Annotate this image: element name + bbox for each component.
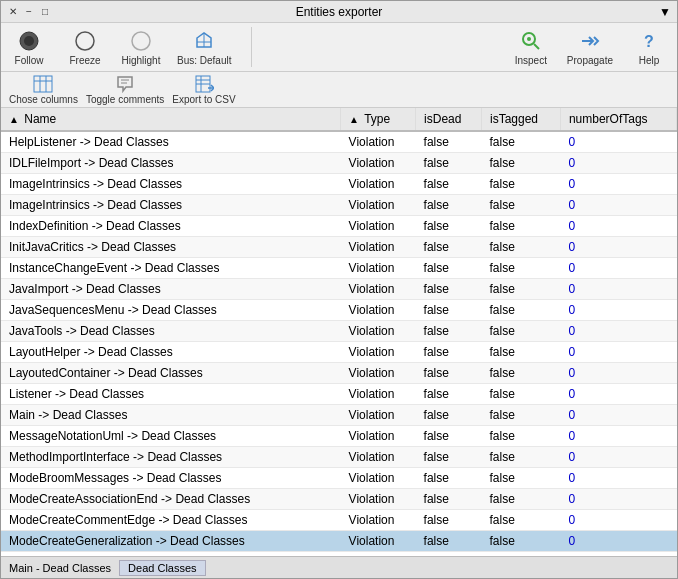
column-header-isdead[interactable]: isDead	[416, 108, 482, 131]
propagate-icon	[578, 29, 602, 53]
cell-numberoftags: 0	[560, 384, 676, 405]
entities-table: ▲ Name ▲ Type isDead isTagged numberOfTa…	[1, 108, 677, 556]
cell-name: JavaImport -> Dead Classes	[1, 279, 341, 300]
cell-type: Violation	[341, 447, 416, 468]
cell-name: HelpListener -> Dead Classes	[1, 131, 341, 153]
column-header-istagged[interactable]: isTagged	[482, 108, 561, 131]
cell-type: Violation	[341, 258, 416, 279]
cell-type: Violation	[341, 426, 416, 447]
table-row[interactable]: ImageIntrinsics -> Dead ClassesViolation…	[1, 174, 677, 195]
cell-type: Violation	[341, 279, 416, 300]
svg-point-2	[76, 32, 94, 50]
freeze-button[interactable]: Freeze	[65, 29, 105, 66]
cell-name: ModeCreateGeneralization -> Dead Classes	[1, 531, 341, 552]
toggle-comments-label: Toggle comments	[86, 94, 164, 105]
inspect-button[interactable]: Inspect	[511, 29, 551, 66]
cell-istagged: false	[482, 384, 561, 405]
table-row[interactable]: Main -> Dead ClassesViolationfalsefalse0	[1, 405, 677, 426]
table-row[interactable]: JavaSequencesMenu -> Dead ClassesViolati…	[1, 300, 677, 321]
table-row[interactable]: MethodImportInterface -> Dead ClassesVio…	[1, 447, 677, 468]
status-left: Main - Dead Classes	[9, 562, 111, 574]
cell-istagged: false	[482, 300, 561, 321]
dropdown-arrow[interactable]: ▼	[659, 5, 671, 19]
cell-istagged: false	[482, 342, 561, 363]
cell-istagged: false	[482, 321, 561, 342]
status-tab[interactable]: Dead Classes	[119, 560, 205, 576]
export-to-csv-icon	[194, 74, 214, 94]
propagate-button[interactable]: Propagate	[567, 29, 613, 66]
svg-line-7	[534, 44, 539, 49]
window-title: Entities exporter	[296, 5, 383, 19]
cell-name: ImageIntrinsics -> Dead Classes	[1, 195, 341, 216]
cell-numberoftags: 0	[560, 195, 676, 216]
cell-istagged: false	[482, 489, 561, 510]
column-header-type[interactable]: ▲ Type	[341, 108, 416, 131]
cell-type: Violation	[341, 195, 416, 216]
export-to-csv-label: Export to CSV	[172, 94, 235, 105]
table-row[interactable]: InitJavaCritics -> Dead ClassesViolation…	[1, 237, 677, 258]
cell-istagged: false	[482, 174, 561, 195]
export-to-csv-button[interactable]: Export to CSV	[172, 74, 235, 105]
highlight-button[interactable]: Highlight	[121, 29, 161, 66]
table-row[interactable]: JavaTools -> Dead ClassesViolationfalsef…	[1, 321, 677, 342]
cell-name: ModeCreateCommentEdge -> Dead Classes	[1, 510, 341, 531]
cell-name: JavaTools -> Dead Classes	[1, 321, 341, 342]
cell-numberoftags: 0	[560, 300, 676, 321]
bus-icon	[192, 29, 216, 53]
svg-point-1	[24, 36, 34, 46]
table-row[interactable]: InstanceChangeEvent -> Dead ClassesViola…	[1, 258, 677, 279]
cell-isdead: false	[416, 531, 482, 552]
maximize-button[interactable]: □	[39, 6, 51, 18]
table-row[interactable]: Listener -> Dead ClassesViolationfalsefa…	[1, 384, 677, 405]
bus-default-button[interactable]: Bus: Default	[177, 29, 231, 66]
toggle-comments-button[interactable]: Toggle comments	[86, 74, 164, 105]
follow-button[interactable]: Follow	[9, 29, 49, 66]
minimize-button[interactable]: −	[23, 6, 35, 18]
table-row[interactable]: ModeCreateAssociationEnd -> Dead Classes…	[1, 489, 677, 510]
help-button[interactable]: ? Help	[629, 29, 669, 66]
cell-istagged: false	[482, 195, 561, 216]
cell-istagged: false	[482, 237, 561, 258]
cell-type: Violation	[341, 131, 416, 153]
cell-type: Violation	[341, 153, 416, 174]
table-row[interactable]: HelpListener -> Dead ClassesViolationfal…	[1, 131, 677, 153]
table-row[interactable]: MessageNotationUml -> Dead ClassesViolat…	[1, 426, 677, 447]
cell-numberoftags: 0	[560, 153, 676, 174]
table-row[interactable]: LayoutedContainer -> Dead ClassesViolati…	[1, 363, 677, 384]
cell-numberoftags: 0	[560, 447, 676, 468]
chose-columns-icon	[33, 74, 53, 94]
cell-istagged: false	[482, 447, 561, 468]
cell-numberoftags: 0	[560, 174, 676, 195]
table-row[interactable]: ImageIntrinsics -> Dead ClassesViolation…	[1, 195, 677, 216]
freeze-icon	[73, 29, 97, 53]
table-row[interactable]: ModeBroomMessages -> Dead ClassesViolati…	[1, 468, 677, 489]
table-row[interactable]: JavaImport -> Dead ClassesViolationfalse…	[1, 279, 677, 300]
column-header-name[interactable]: ▲ Name	[1, 108, 341, 131]
cell-name: ModeBroomMessages -> Dead Classes	[1, 468, 341, 489]
table-row[interactable]: IndexDefinition -> Dead ClassesViolation…	[1, 216, 677, 237]
cell-istagged: false	[482, 468, 561, 489]
cell-name: MethodImportInterface -> Dead Classes	[1, 447, 341, 468]
cell-istagged: false	[482, 405, 561, 426]
cell-name: IndexDefinition -> Dead Classes	[1, 216, 341, 237]
table-row[interactable]: ModeCreateCommentEdge -> Dead ClassesVio…	[1, 510, 677, 531]
svg-point-8	[527, 37, 531, 41]
help-label: Help	[639, 55, 660, 66]
cell-numberoftags: 0	[560, 131, 676, 153]
title-bar: ✕ − □ Entities exporter ▼	[1, 1, 677, 23]
table-row[interactable]: IDLFileImport -> Dead ClassesViolationfa…	[1, 153, 677, 174]
cell-isdead: false	[416, 174, 482, 195]
follow-icon	[17, 29, 41, 53]
cell-type: Violation	[341, 300, 416, 321]
table-row[interactable]: LayoutHelper -> Dead ClassesViolationfal…	[1, 342, 677, 363]
cell-type: Violation	[341, 510, 416, 531]
table-container[interactable]: ▲ Name ▲ Type isDead isTagged numberOfTa…	[1, 108, 677, 556]
cell-isdead: false	[416, 279, 482, 300]
column-header-numberoftags[interactable]: numberOfTags	[560, 108, 676, 131]
cell-numberoftags: 0	[560, 279, 676, 300]
chose-columns-label: Chose columns	[9, 94, 78, 105]
chose-columns-button[interactable]: Chose columns	[9, 74, 78, 105]
cell-isdead: false	[416, 153, 482, 174]
close-button[interactable]: ✕	[7, 6, 19, 18]
table-row[interactable]: ModeCreateGeneralization -> Dead Classes…	[1, 531, 677, 552]
